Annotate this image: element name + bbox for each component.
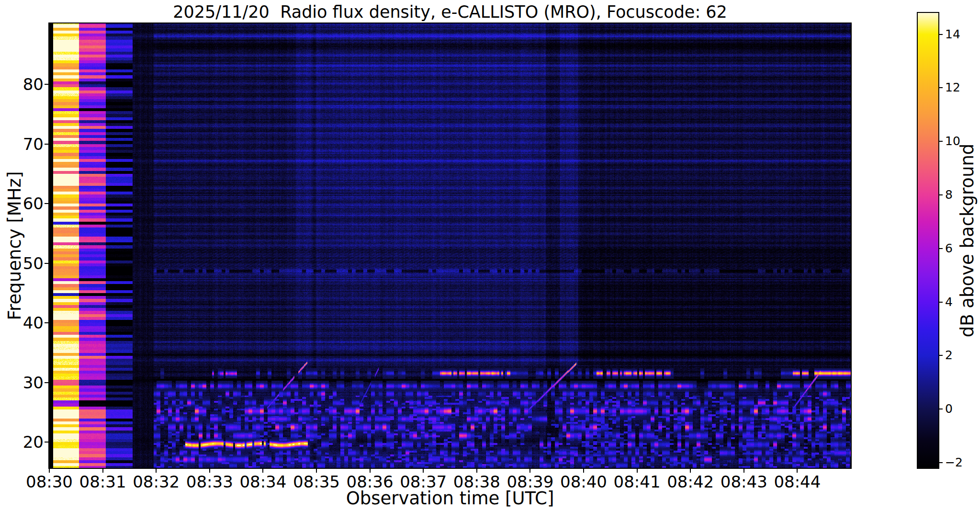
colorbar	[917, 12, 939, 469]
plot-area	[48, 23, 852, 469]
y-tick-mark	[45, 84, 49, 85]
colorbar-tick-mark	[938, 194, 943, 195]
y-tick-mark	[45, 322, 49, 323]
spectrogram-figure: 2025/11/20 Radio flux density, e-CALLIST…	[0, 0, 980, 511]
colorbar-tick-label: 14	[945, 27, 960, 42]
spectrogram-heatmap	[49, 23, 851, 468]
chart-title: 2025/11/20 Radio flux density, e-CALLIST…	[49, 2, 851, 22]
colorbar-tick-mark	[938, 141, 943, 142]
y-tick-label: 30	[16, 373, 44, 393]
colorbar-tick-label: 0	[945, 402, 953, 416]
y-tick-label: 20	[16, 432, 44, 452]
colorbar-tick-mark	[938, 409, 943, 409]
colorbar-tick-mark	[938, 248, 943, 249]
y-tick-mark	[45, 442, 49, 443]
y-tick-label: 70	[16, 134, 44, 154]
colorbar-tick-label: 6	[945, 241, 953, 256]
y-tick-mark	[45, 263, 49, 264]
y-tick-label: 50	[16, 253, 44, 273]
colorbar-tick-mark	[938, 34, 943, 35]
colorbar-tick-label: 2	[945, 348, 953, 363]
colorbar-tick-label: 12	[945, 80, 960, 95]
y-tick-label: 40	[16, 313, 44, 333]
y-tick-label: 80	[16, 74, 44, 94]
y-tick-mark	[45, 144, 49, 145]
colorbar-tick-mark	[938, 302, 943, 303]
y-tick-mark	[45, 382, 49, 383]
y-tick-label: 60	[16, 193, 44, 214]
y-tick-mark	[45, 203, 49, 204]
colorbar-tick-mark	[938, 462, 943, 463]
colorbar-tick-label: 4	[945, 295, 953, 309]
colorbar-tick-mark	[938, 87, 943, 88]
x-axis-label: Observation time [UTC]	[49, 488, 851, 509]
colorbar-tick-mark	[938, 355, 943, 356]
colorbar-tick-label: 8	[945, 188, 953, 202]
colorbar-label: dB above background	[957, 144, 978, 338]
colorbar-tick-label: −2	[945, 455, 963, 470]
